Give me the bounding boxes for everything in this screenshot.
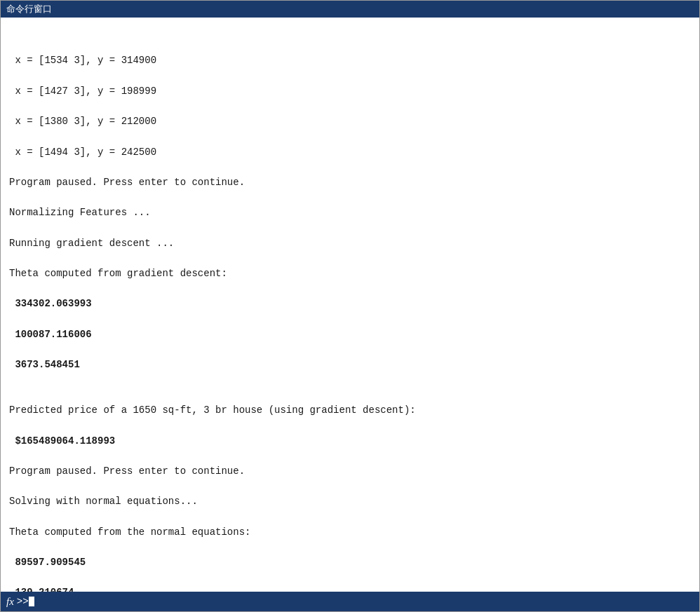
fx-label: fx	[6, 596, 14, 608]
title-bar: 命令行窗口	[1, 1, 699, 18]
bottom-bar: fx >>	[1, 592, 699, 611]
console-line: Predicted price of a 1650 sq-ft, 3 br ho…	[9, 403, 691, 419]
console-line: Program paused. Press enter to continue.	[9, 175, 691, 191]
console-line: 3673.548451	[9, 358, 691, 373]
console-line: x = [1494 3], y = 242500	[9, 145, 691, 161]
console-line: Theta computed from gradient descent:	[9, 266, 691, 282]
console-line: x = [1534 3], y = 314900	[9, 53, 691, 69]
console-line: $165489064.118993	[9, 434, 691, 449]
title-label: 命令行窗口	[6, 3, 52, 15]
console-line: Program paused. Press enter to continue.	[9, 464, 691, 480]
console-line: Running gradient descent ...	[9, 236, 691, 252]
console-line: x = [1427 3], y = 198999	[9, 84, 691, 100]
console-line: Theta computed from the normal equations…	[9, 525, 691, 540]
console-area[interactable]: x = [1534 3], y = 314900 x = [1427 3], y…	[1, 18, 699, 592]
console-output: x = [1534 3], y = 314900 x = [1427 3], y…	[9, 23, 691, 592]
cursor	[29, 597, 34, 606]
console-line: 334302.063993	[9, 297, 691, 312]
console-line: Normalizing Features ...	[9, 205, 691, 221]
bottom-prompt: >>	[17, 596, 29, 607]
console-line: x = [1380 3], y = 212000	[9, 114, 691, 130]
terminal-window: 命令行窗口 x = [1534 3], y = 314900 x = [1427…	[0, 0, 700, 612]
console-line: Solving with normal equations...	[9, 494, 691, 510]
console-line: 100087.116006	[9, 327, 691, 343]
console-line: 89597.909545	[9, 555, 691, 571]
console-line: 139.210674	[9, 585, 691, 592]
